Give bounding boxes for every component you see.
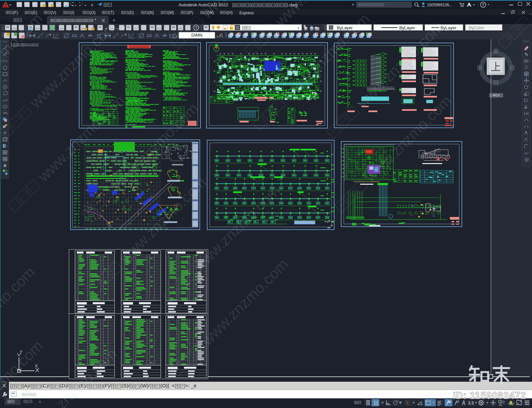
svg-text:+: + [344, 32, 346, 36]
svg-text:Y: Y [20, 349, 23, 354]
svg-text:A: A [3, 163, 7, 168]
svg-text:?: ? [195, 26, 198, 30]
svg-text:X: X [35, 363, 38, 368]
svg-text:?: ? [482, 3, 484, 7]
svg-text:1:1: 1:1 [468, 401, 474, 405]
